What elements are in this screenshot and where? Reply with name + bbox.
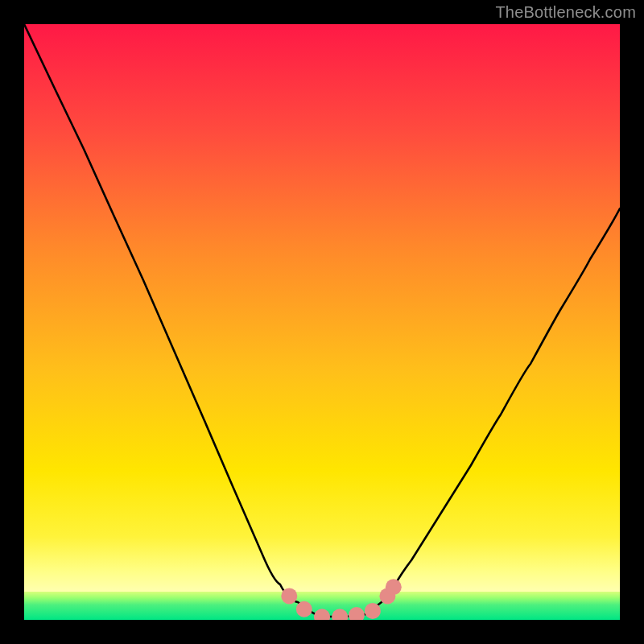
highlight-marker (296, 601, 312, 617)
highlight-marker (386, 579, 402, 595)
chart-frame: TheBottleneck.com (0, 0, 644, 644)
highlight-marker (365, 603, 381, 619)
watermark-label: TheBottleneck.com (495, 3, 636, 22)
gradient-background (24, 24, 620, 620)
plot-area (24, 24, 620, 620)
highlight-marker (281, 588, 297, 604)
chart-svg (24, 24, 620, 620)
